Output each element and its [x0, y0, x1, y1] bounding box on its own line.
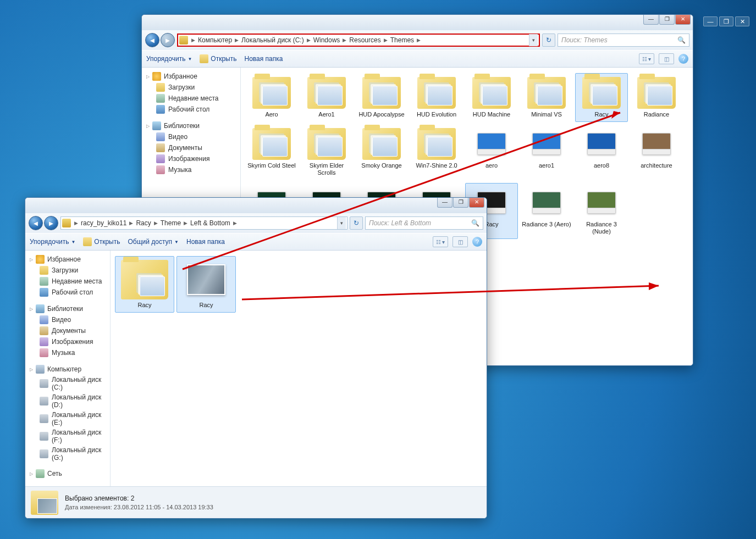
- maximize-button[interactable]: ❐: [659, 15, 675, 25]
- share-button[interactable]: Общий доступ▼: [128, 238, 179, 246]
- breadcrumb-item[interactable]: Themes: [389, 36, 416, 44]
- minimize-button[interactable]: —: [643, 15, 659, 25]
- search-input[interactable]: Поиск: Left & Bottom 🔍: [365, 216, 483, 230]
- preview-pane-button[interactable]: ◫: [453, 236, 468, 247]
- refresh-button[interactable]: ↻: [350, 216, 363, 230]
- theme-item[interactable]: Radiance 3 (Aero): [520, 183, 573, 239]
- breadcrumb-item[interactable]: Windows: [312, 36, 342, 44]
- sidebar-item-downloads[interactable]: Загрузки: [25, 265, 110, 276]
- chevron-right-icon[interactable]: ▶: [384, 37, 388, 43]
- folder-item[interactable]: Racy: [115, 256, 174, 313]
- folder-item[interactable]: Racy: [575, 73, 628, 122]
- chevron-right-icon[interactable]: ▶: [417, 37, 421, 43]
- back-button[interactable]: ◄: [29, 216, 43, 230]
- address-bar[interactable]: ▶ racy_by_kiko11 ▶ Racy ▶ Theme ▶ Left &…: [60, 216, 347, 230]
- theme-item[interactable]: aero8: [575, 124, 628, 180]
- forward-button[interactable]: ►: [44, 216, 58, 230]
- back-button[interactable]: ◄: [145, 33, 159, 47]
- close-button[interactable]: ✕: [469, 198, 484, 208]
- sidebar-item-recent[interactable]: Недавние места: [25, 276, 110, 287]
- chevron-right-icon[interactable]: ▶: [343, 37, 346, 43]
- sidebar-item-documents[interactable]: Документы: [25, 325, 110, 336]
- outer-maximize-button[interactable]: ❐: [719, 16, 733, 26]
- breadcrumb-item[interactable]: racy_by_kiko11: [79, 219, 128, 227]
- folder-item[interactable]: Radiance: [630, 73, 683, 122]
- outer-minimize-button[interactable]: —: [703, 16, 718, 26]
- theme-item[interactable]: aero1: [520, 124, 573, 180]
- search-input[interactable]: Поиск: Themes 🔍: [558, 34, 689, 47]
- sidebar-item-music[interactable]: Музыка: [142, 164, 240, 175]
- chevron-right-icon[interactable]: ▶: [154, 220, 158, 226]
- chevron-right-icon[interactable]: ▶: [233, 220, 237, 226]
- address-dropdown[interactable]: ▾: [337, 217, 346, 229]
- sidebar-favorites[interactable]: ▷Избранное: [25, 254, 110, 265]
- content-area[interactable]: Racy Racy: [111, 251, 487, 486]
- forward-button[interactable]: ►: [161, 33, 175, 47]
- sidebar-item-drive-c[interactable]: Локальный диск (C:): [25, 375, 110, 392]
- address-bar[interactable]: ▶ Компьютер ▶ Локальный диск (C:) ▶ Wind…: [177, 34, 540, 47]
- theme-item[interactable]: aero: [465, 124, 518, 180]
- new-folder-button[interactable]: Новая папка: [186, 238, 225, 246]
- close-button[interactable]: ✕: [675, 15, 691, 25]
- folder-item[interactable]: HUD Machine: [465, 73, 518, 122]
- file-item[interactable]: Racy: [176, 256, 236, 313]
- folder-item[interactable]: Smoky Orange: [355, 124, 408, 180]
- sidebar-computer[interactable]: ▷Компьютер: [25, 364, 110, 375]
- sidebar-item-downloads[interactable]: Загрузки: [142, 82, 240, 93]
- breadcrumb-item[interactable]: Left & Bottom: [189, 219, 232, 227]
- chevron-right-icon[interactable]: ▶: [235, 37, 239, 43]
- breadcrumb-item[interactable]: Компьютер: [196, 36, 234, 44]
- breadcrumb-item[interactable]: Локальный диск (C:): [240, 36, 306, 44]
- sidebar-item-drive-d[interactable]: Локальный диск (D:): [25, 392, 110, 410]
- breadcrumb-item[interactable]: Racy: [134, 219, 152, 227]
- sidebar-item-recent[interactable]: Недавние места: [142, 93, 240, 104]
- open-button[interactable]: Открыть: [200, 54, 236, 63]
- preview-pane-button[interactable]: ◫: [659, 53, 674, 64]
- sidebar-item-desktop[interactable]: Рабочий стол: [142, 104, 240, 115]
- sidebar-item-desktop[interactable]: Рабочий стол: [25, 287, 110, 298]
- help-button[interactable]: ?: [678, 54, 688, 64]
- sidebar-item-documents[interactable]: Документы: [142, 142, 240, 153]
- chevron-right-icon[interactable]: ▶: [74, 220, 78, 226]
- sidebar-item-video[interactable]: Видео: [142, 131, 240, 142]
- chevron-right-icon[interactable]: ▶: [184, 220, 187, 226]
- organize-button[interactable]: Упорядочить▼: [30, 238, 75, 246]
- folder-item[interactable]: Aero: [245, 73, 298, 122]
- sidebar-item-drive-e[interactable]: Локальный диск (E:): [25, 410, 110, 427]
- theme-item[interactable]: architecture: [630, 124, 683, 180]
- open-button[interactable]: Открыть: [83, 237, 120, 246]
- maximize-button[interactable]: ❐: [453, 198, 468, 208]
- refresh-button[interactable]: ↻: [542, 34, 555, 47]
- sidebar-network[interactable]: ▷Сеть: [25, 468, 110, 479]
- outer-close-button[interactable]: ✕: [735, 16, 749, 26]
- theme-item[interactable]: Radiance 3 (Nude): [575, 183, 628, 239]
- new-folder-button[interactable]: Новая папка: [244, 55, 283, 63]
- sidebar-item-drive-g[interactable]: Локальный диск (G:): [25, 445, 110, 463]
- view-options-button[interactable]: ☷ ▾: [639, 53, 654, 64]
- chevron-right-icon[interactable]: ▶: [129, 220, 133, 226]
- sidebar-item-drive-f[interactable]: Локальный диск (F:): [25, 427, 110, 445]
- titlebar[interactable]: — ❐ ✕: [25, 198, 487, 213]
- folder-item[interactable]: HUD Evolution: [410, 73, 463, 122]
- sidebar-item-music[interactable]: Музыка: [25, 347, 110, 358]
- organize-button[interactable]: Упорядочить▼: [146, 55, 192, 63]
- sidebar-item-images[interactable]: Изображения: [25, 336, 110, 347]
- titlebar[interactable]: — ❐ ✕: [142, 15, 693, 30]
- breadcrumb-item[interactable]: Theme: [159, 219, 183, 227]
- breadcrumb-item[interactable]: Resources: [347, 36, 382, 44]
- address-dropdown[interactable]: ▾: [529, 34, 538, 46]
- folder-item[interactable]: Skyrim Cold Steel: [245, 124, 298, 180]
- sidebar-favorites[interactable]: ▷Избранное: [142, 71, 240, 82]
- minimize-button[interactable]: —: [437, 198, 453, 208]
- sidebar-item-images[interactable]: Изображения: [142, 153, 240, 164]
- folder-item[interactable]: Minimal VS: [520, 73, 573, 122]
- sidebar-item-video[interactable]: Видео: [25, 314, 110, 325]
- folder-item[interactable]: HUD Apocalypse: [355, 73, 408, 122]
- folder-item[interactable]: Win7-Shine 2.0: [410, 124, 463, 180]
- folder-item[interactable]: Aero1: [300, 73, 353, 122]
- sidebar-libraries[interactable]: ▷Библиотеки: [25, 303, 110, 314]
- folder-item[interactable]: Skyrim Elder Scrolls: [300, 124, 353, 180]
- sidebar-libraries[interactable]: ▷Библиотеки: [142, 120, 240, 131]
- chevron-right-icon[interactable]: ▶: [191, 37, 195, 43]
- chevron-right-icon[interactable]: ▶: [307, 37, 311, 43]
